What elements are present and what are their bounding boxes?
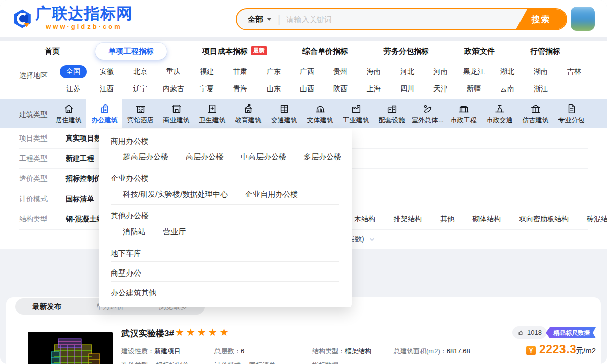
structure-type-option[interactable]: 排架结构 [394,215,422,224]
building-type-residential[interactable]: 居住建筑 [51,99,86,128]
building-type-archaic[interactable]: 仿古建筑 [517,99,553,128]
search-button[interactable]: 搜索 [516,9,566,29]
region-item[interactable]: 广西 [300,67,314,76]
unit-price-value: 2223.3 [539,343,576,356]
region-item[interactable]: 陕西 [333,84,348,94]
dropdown-item[interactable]: 科技/研发/实验楼/数据处理中心 [123,189,228,199]
shop-icon [171,103,182,114]
hotel-icon [135,103,146,114]
filter-value[interactable]: 新建工程 [66,154,94,163]
listing-thumbnail[interactable] [28,332,113,364]
nav-item-labor-subcontract[interactable]: 劳务分包指标 [383,47,429,56]
building-type-education[interactable]: 教育建筑 [230,99,266,128]
dropdown-item[interactable]: 消防站 [123,226,146,237]
star-rating: ★★★★★ [175,326,231,338]
dropdown-group-shangshu-office[interactable]: 商墅办公 [111,262,339,281]
region-item[interactable]: 山东 [267,84,281,94]
region-item[interactable]: 安徽 [100,67,114,76]
dropdown-group-other-office[interactable]: 其他办公楼 [111,205,339,224]
region-item[interactable]: 河北 [400,67,414,76]
dropdown-group-underground-garage[interactable]: 地下车库 [111,242,339,261]
structure-type-option[interactable]: 木结构 [354,215,375,224]
tab-latest[interactable]: 最新发布 [15,298,78,315]
dropdown-group-commercial-office[interactable]: 商用办公楼 [111,130,339,149]
school-icon [243,103,254,114]
field-structure-type: 结构类型：框架结构 [312,347,371,356]
site-logo[interactable]: 广联达指标网 www·gldzb·com [12,5,133,30]
building-type-facilities[interactable]: 配套设施 [374,99,410,128]
structure-type-option[interactable]: 砖混结构 [587,215,607,224]
structure-type-option[interactable]: 砌体结构 [472,215,501,224]
building-type-transport[interactable]: 交通建筑 [266,99,302,128]
building-type-items: 居住建筑 办公建筑 宾馆酒店 商业建筑 卫生建筑 教育建筑 交通建筑 文体建筑 … [51,99,589,128]
building-type-filter: 建筑类型 居住建筑 办公建筑 宾馆酒店 商业建筑 卫生建筑 教育建筑 交通建筑 … [0,99,607,128]
region-item[interactable]: 辽宁 [133,84,147,94]
region-item[interactable]: 云南 [500,84,514,94]
region-item[interactable]: 内蒙古 [163,84,184,94]
region-item[interactable]: 北京 [133,67,147,76]
region-item[interactable]: 上海 [367,84,381,94]
region-item[interactable]: 宁夏 [200,84,214,94]
nav-item-policy-docs[interactable]: 政策文件 [464,47,495,56]
dropdown-item[interactable]: 营业厅 [163,226,186,237]
listing-title[interactable]: 武汉实验楼3# [121,328,174,339]
filter-value[interactable]: 招标控制价 [66,174,101,184]
building-type-hotel[interactable]: 宾馆酒店 [122,99,158,128]
building-type-municipal-transport[interactable]: 市政交通 [482,99,517,128]
building-type-sports-culture[interactable]: 文体建筑 [302,99,338,128]
building-type-office[interactable]: 办公建筑 [86,99,122,128]
building-type-health[interactable]: 卫生建筑 [194,99,230,128]
dropdown-group-items: 科技/研发/实验楼/数据处理中心 企业自用办公楼 [111,187,339,204]
structure-type-options: 木结构 排架结构 其他 砌体结构 双向密肋板结构 砖混结构 [354,209,607,229]
region-item[interactable]: 河南 [433,67,448,76]
search-category-dropdown[interactable]: 全部 [237,15,278,24]
dropdown-item[interactable]: 企业自用办公楼 [245,189,298,199]
building-type-commercial[interactable]: 商业建筑 [158,99,194,128]
dropdown-item[interactable]: 中高层办公楼 [241,151,286,162]
dropdown-item[interactable]: 超高层办公楼 [123,151,168,162]
nav-label: 项目成本指标 [202,47,248,55]
region-item[interactable]: 新疆 [467,84,481,94]
dropdown-group-items: 超高层办公楼 高层办公楼 中高层办公楼 多层办公楼 [111,149,339,167]
region-item[interactable]: 四川 [400,84,414,94]
region-item[interactable]: 湖南 [534,67,548,76]
nav-item-composite-unit-price[interactable]: 综合单价指标 [302,47,348,56]
region-item[interactable]: 重庆 [166,67,181,76]
region-item[interactable]: 天津 [433,84,448,94]
region-item[interactable]: 甘肃 [233,67,247,76]
thumbs-up-icon [517,329,525,336]
building-type-subcontract[interactable]: 专业分包 [553,99,589,128]
filter-value[interactable]: 国标清单 [66,195,94,204]
dropdown-item[interactable]: 多层办公楼 [304,151,341,162]
region-item-all-selected[interactable]: 全国 [60,65,87,78]
nav-item-single-project-index[interactable]: 单项工程指标 [95,43,167,60]
nav-item-admin-index[interactable]: 行管指标 [530,47,560,56]
building-type-municipal-eng[interactable]: 市政工程 [446,99,482,128]
user-avatar[interactable] [571,7,595,31]
dropdown-group-enterprise-office[interactable]: 企业办公楼 [111,167,339,187]
region-item[interactable]: 吉林 [567,67,581,76]
nav-item-home[interactable]: 首页 [45,47,60,56]
region-item[interactable]: 浙江 [534,84,548,94]
yuan-tag-icon: ¥ [526,346,536,355]
region-item[interactable]: 江西 [100,84,114,94]
region-item[interactable]: 山西 [300,84,314,94]
structure-type-option[interactable]: 其他 [440,215,454,224]
structure-type-option[interactable]: 双向密肋板结构 [519,215,569,224]
region-item[interactable]: 黑龙江 [463,67,485,76]
dropdown-group-office-other[interactable]: 办公建筑其他 [111,282,339,301]
region-item[interactable]: 海南 [367,67,381,76]
region-row-1: 全国 安徽 北京 重庆 福建 甘肃 广东 广西 贵州 海南 河北 河南 [57,65,591,79]
nav-item-project-cost-index[interactable]: 项目成本指标最新 [202,46,267,56]
region-item[interactable]: 福建 [200,67,214,76]
likes-counter[interactable]: 1018 [512,326,547,339]
region-item[interactable]: 江苏 [66,84,80,94]
dropdown-item[interactable]: 高层办公楼 [186,151,224,162]
building-type-outdoor[interactable]: 室外总体... [410,99,446,128]
header-divider [0,37,607,41]
region-item[interactable]: 广东 [267,67,281,76]
region-item[interactable]: 青海 [233,84,247,94]
region-item[interactable]: 贵州 [333,67,348,76]
region-item[interactable]: 湖北 [500,67,514,76]
building-type-industrial[interactable]: 工业建筑 [338,99,374,128]
